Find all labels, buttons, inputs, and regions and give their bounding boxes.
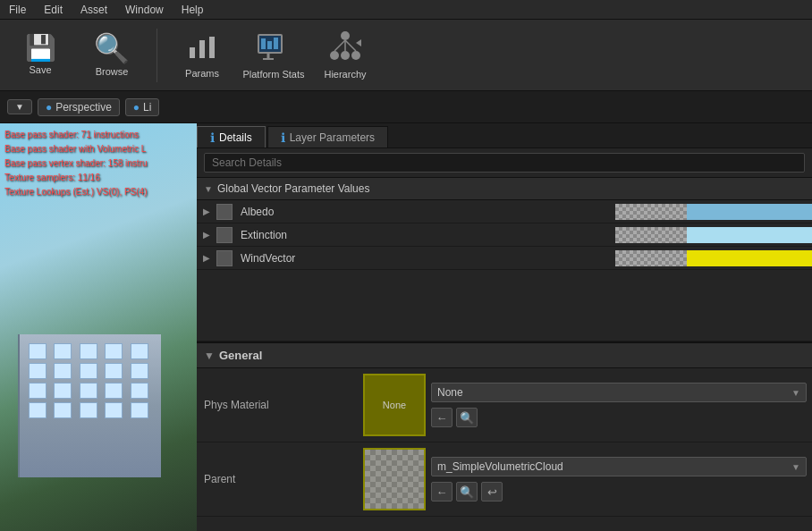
- browse-button[interactable]: 🔍 Browse: [80, 25, 143, 86]
- viewport: Base pass shader: 71 instructions Base p…: [0, 123, 197, 531]
- svg-rect-7: [261, 38, 266, 49]
- general-section-header[interactable]: ▼ General: [197, 343, 812, 368]
- phys-material-actions: ← 🔍: [431, 408, 807, 427]
- parent-nav-btn[interactable]: ↩: [481, 482, 503, 502]
- stat-volumetric: Base pass shader with Volumetric L: [4, 142, 148, 156]
- save-icon: 💾: [25, 36, 56, 61]
- perspective-label: Perspective: [55, 101, 112, 114]
- details-tab-label: Details: [219, 131, 252, 144]
- svg-rect-2: [209, 37, 215, 58]
- li-label: Li: [143, 101, 151, 114]
- phys-material-none-text: None: [383, 400, 406, 410]
- general-title: General: [219, 349, 262, 362]
- wind-vector-color: [687, 250, 812, 266]
- toolbar-separator: [156, 29, 157, 82]
- phys-material-dropdown-value: None: [437, 386, 463, 399]
- parent-back-btn[interactable]: ←: [431, 482, 453, 502]
- hierarchy-label: Hierarchy: [324, 69, 366, 80]
- li-icon: ●: [133, 101, 140, 114]
- wind-vector-row: ▶ WindVector: [197, 247, 812, 270]
- parent-dropdown-value: m_SimpleVolumetricCloud: [437, 460, 563, 473]
- hierarchy-button[interactable]: Hierarchy: [314, 25, 376, 86]
- tab-layer-parameters[interactable]: ℹ Layer Parameters: [267, 126, 388, 148]
- albedo-color-strip: [615, 204, 812, 220]
- parent-actions: ← 🔍 ↩: [431, 482, 807, 502]
- viewport-header: ▼ ● Perspective ● Li: [0, 91, 812, 123]
- menu-edit[interactable]: Edit: [35, 2, 72, 18]
- svg-point-13: [351, 51, 360, 60]
- layer-params-tab-label: Layer Parameters: [290, 131, 375, 144]
- extinction-swatch[interactable]: [216, 227, 233, 243]
- svg-rect-9: [274, 38, 278, 49]
- wind-vector-swatch[interactable]: [216, 250, 233, 266]
- extinction-color-strip: [615, 227, 812, 243]
- viewport-stats: Base pass shader: 71 instructions Base p…: [4, 128, 148, 199]
- albedo-label: Albedo: [237, 202, 615, 222]
- phys-material-thumbnail[interactable]: None: [363, 374, 426, 436]
- vector-spacer: [197, 270, 812, 341]
- perspective-btn[interactable]: ● Perspective: [38, 98, 120, 116]
- vector-section-header[interactable]: ▼ Global Vector Parameter Values: [197, 178, 812, 200]
- svg-rect-1: [199, 40, 205, 58]
- albedo-value[interactable]: [615, 204, 812, 220]
- extinction-checker: [615, 227, 687, 243]
- svg-marker-17: [356, 39, 361, 46]
- phys-material-back-btn[interactable]: ←: [431, 408, 453, 427]
- parent-dropdown[interactable]: m_SimpleVolumetricCloud ▼: [431, 457, 807, 476]
- svg-point-10: [341, 31, 350, 40]
- menu-help[interactable]: Help: [173, 2, 213, 18]
- params-button[interactable]: Params: [171, 25, 233, 86]
- wind-vector-label: WindVector: [237, 249, 615, 268]
- phys-material-search-btn[interactable]: 🔍: [456, 408, 478, 427]
- platform-stats-button[interactable]: Platform Stats: [242, 25, 305, 86]
- albedo-checker: [615, 204, 687, 220]
- general-arrow-icon: ▼: [204, 350, 215, 362]
- vector-section-arrow-icon: ▼: [204, 184, 213, 194]
- stat-lookups: Texture Lookups (Est.) VS(0), PS(4): [4, 185, 148, 199]
- layer-params-tab-icon: ℹ: [281, 131, 285, 145]
- svg-rect-8: [267, 41, 272, 49]
- platform-stats-label: Platform Stats: [242, 69, 304, 80]
- menu-file[interactable]: File: [0, 2, 35, 18]
- extinction-value[interactable]: [615, 227, 812, 243]
- save-button[interactable]: 💾 Save: [9, 25, 72, 86]
- panel-content: ▼ Global Vector Parameter Values ▶ Albed…: [197, 178, 812, 531]
- general-section: ▼ General Phys Material None None ▼: [197, 341, 812, 517]
- main-content: Base pass shader: 71 instructions Base p…: [0, 123, 812, 531]
- viewport-dropdown-btn[interactable]: ▼: [7, 99, 32, 114]
- albedo-expand[interactable]: ▶: [197, 206, 216, 216]
- parent-label: Parent: [197, 442, 358, 516]
- stat-base-pass: Base pass shader: 71 instructions: [4, 128, 148, 142]
- menu-asset[interactable]: Asset: [72, 2, 116, 18]
- tab-details[interactable]: ℹ Details: [197, 126, 266, 148]
- tabs: ℹ Details ℹ Layer Parameters: [197, 123, 812, 148]
- stat-vertex: Base pass vertex shader: 158 instru: [4, 156, 148, 171]
- svg-point-12: [341, 51, 350, 60]
- albedo-color: [687, 204, 812, 220]
- phys-material-dropdown-arrow-icon: ▼: [791, 388, 800, 398]
- menu-bar: File Edit Asset Window Help: [0, 0, 812, 20]
- li-btn[interactable]: ● Li: [125, 98, 160, 116]
- phys-material-row: Phys Material None None ▼ ←: [197, 368, 812, 442]
- params-icon: [186, 31, 218, 64]
- building-windows: [29, 343, 152, 418]
- search-input[interactable]: [204, 153, 805, 173]
- albedo-swatch[interactable]: [216, 204, 233, 220]
- svg-line-14: [334, 40, 345, 51]
- parent-search-btn[interactable]: 🔍: [456, 482, 478, 502]
- phys-material-value: None None ▼ ← 🔍: [358, 368, 812, 442]
- hierarchy-icon: [329, 30, 361, 65]
- extinction-expand[interactable]: ▶: [197, 230, 216, 240]
- albedo-row: ▶ Albedo: [197, 200, 812, 223]
- parent-thumbnail[interactable]: [363, 448, 426, 510]
- wind-vector-value[interactable]: [615, 250, 812, 266]
- wind-vector-expand[interactable]: ▶: [197, 253, 216, 263]
- menu-window[interactable]: Window: [116, 2, 173, 18]
- right-panel: ℹ Details ℹ Layer Parameters ▼ Global Ve…: [197, 123, 812, 531]
- details-tab-icon: ℹ: [210, 131, 215, 145]
- parent-controls: m_SimpleVolumetricCloud ▼ ← 🔍 ↩: [431, 457, 807, 502]
- parent-value: m_SimpleVolumetricCloud ▼ ← 🔍 ↩: [358, 442, 812, 516]
- parent-row: Parent m_SimpleVolumetricCloud ▼ ← 🔍: [197, 442, 812, 517]
- phys-material-dropdown[interactable]: None ▼: [431, 383, 807, 402]
- extinction-color: [687, 227, 812, 243]
